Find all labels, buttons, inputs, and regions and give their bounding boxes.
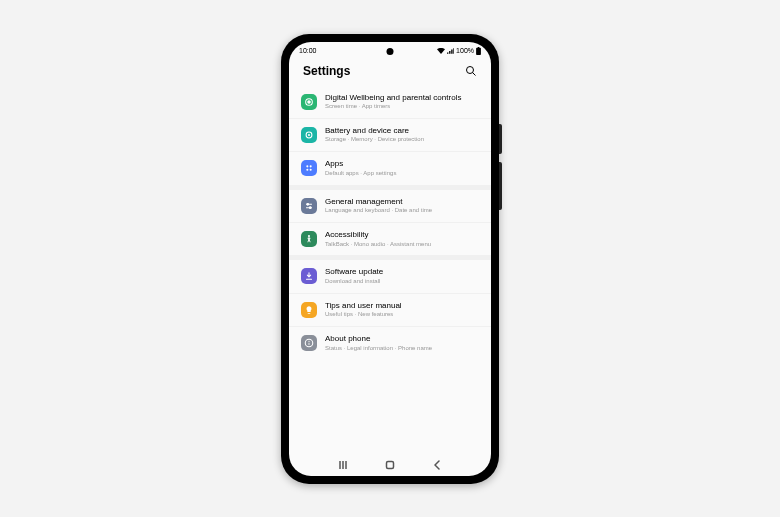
svg-point-15 — [309, 207, 311, 209]
general-icon — [301, 198, 317, 214]
item-subtitle: Default apps · App settings — [325, 170, 479, 178]
item-title: Software update — [325, 267, 479, 277]
settings-list[interactable]: Digital Wellbeing and parental controls … — [289, 86, 491, 454]
phone-frame: 10:00 100% Settings Digital Wellbeing an… — [281, 34, 499, 484]
settings-item-software[interactable]: Software update Download and install — [289, 260, 491, 293]
svg-point-7 — [308, 134, 310, 136]
item-title: Battery and device care — [325, 126, 479, 136]
about-icon — [301, 335, 317, 351]
svg-point-9 — [310, 166, 312, 168]
svg-point-8 — [306, 166, 308, 168]
svg-point-14 — [307, 203, 309, 205]
header: Settings — [289, 60, 491, 86]
svg-rect-0 — [476, 47, 481, 54]
item-subtitle: Language and keyboard · Date and time — [325, 207, 479, 215]
svg-line-3 — [473, 72, 476, 75]
status-battery: 100% — [456, 47, 474, 54]
settings-item-accessibility[interactable]: Accessibility TalkBack · Mono audio · As… — [289, 223, 491, 255]
item-subtitle: Download and install — [325, 278, 479, 286]
svg-rect-23 — [386, 461, 393, 468]
side-button — [499, 162, 502, 210]
svg-point-10 — [306, 169, 308, 171]
settings-item-tips[interactable]: Tips and user manual Useful tips · New f… — [289, 294, 491, 327]
svg-point-16 — [308, 235, 310, 237]
item-subtitle: Useful tips · New features — [325, 311, 479, 319]
home-button[interactable] — [385, 460, 395, 470]
status-indicators: 100% — [437, 47, 481, 55]
item-subtitle: Screen time · App timers — [325, 103, 479, 111]
search-icon[interactable] — [465, 65, 477, 77]
settings-item-about[interactable]: About phone Status · Legal information ·… — [289, 327, 491, 359]
tips-icon — [301, 302, 317, 318]
svg-point-18 — [308, 341, 309, 342]
settings-item-general[interactable]: General management Language and keyboard… — [289, 190, 491, 223]
wellbeing-icon — [301, 94, 317, 110]
item-title: General management — [325, 197, 479, 207]
svg-point-11 — [310, 169, 312, 171]
item-title: Accessibility — [325, 230, 479, 240]
signal-icon — [447, 48, 454, 54]
item-title: Apps — [325, 159, 479, 169]
navigation-bar — [289, 454, 491, 476]
accessibility-icon — [301, 231, 317, 247]
side-button — [499, 124, 502, 154]
apps-icon — [301, 160, 317, 176]
software-update-icon — [301, 268, 317, 284]
item-title: About phone — [325, 334, 479, 344]
screen: 10:00 100% Settings Digital Wellbeing an… — [289, 42, 491, 476]
item-title: Digital Wellbeing and parental controls — [325, 93, 479, 103]
recents-button[interactable] — [338, 460, 348, 470]
back-button[interactable] — [432, 460, 442, 470]
battery-icon — [476, 47, 481, 55]
item-subtitle: Storage · Memory · Device protection — [325, 136, 479, 144]
status-time: 10:00 — [299, 47, 317, 54]
svg-point-2 — [467, 66, 474, 73]
item-subtitle: TalkBack · Mono audio · Assistant menu — [325, 241, 479, 249]
settings-item-apps[interactable]: Apps Default apps · App settings — [289, 152, 491, 184]
item-title: Tips and user manual — [325, 301, 479, 311]
svg-rect-19 — [309, 343, 310, 346]
camera-cutout — [387, 48, 394, 55]
svg-point-5 — [308, 100, 311, 103]
svg-rect-1 — [478, 47, 480, 48]
item-subtitle: Status · Legal information · Phone name — [325, 345, 479, 353]
battery-care-icon — [301, 127, 317, 143]
settings-item-digital-wellbeing[interactable]: Digital Wellbeing and parental controls … — [289, 86, 491, 119]
page-title: Settings — [303, 64, 350, 78]
settings-item-battery[interactable]: Battery and device care Storage · Memory… — [289, 119, 491, 152]
wifi-icon — [437, 48, 445, 54]
